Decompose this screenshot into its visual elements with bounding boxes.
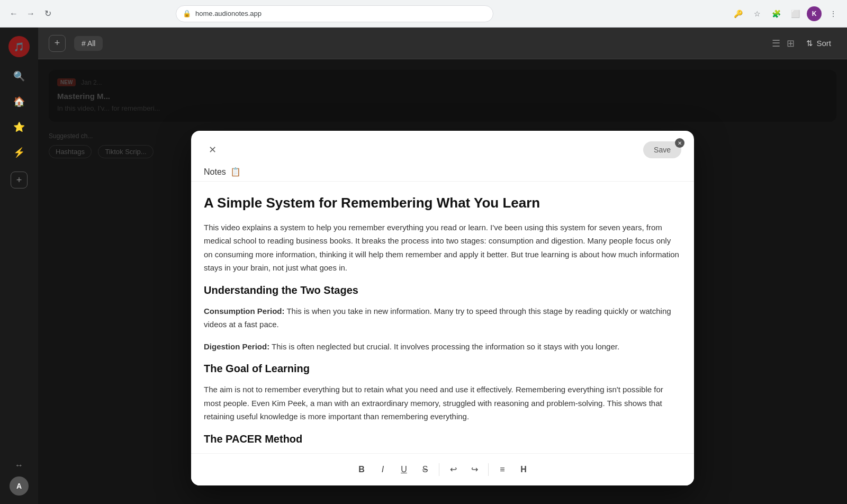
undo-button[interactable]: ↩ bbox=[444, 460, 463, 479]
search-icon: 🔍 bbox=[13, 70, 25, 82]
sidebar-item-starred[interactable]: ⭐ bbox=[8, 116, 30, 138]
app-logo[interactable]: 🎵 bbox=[8, 36, 30, 57]
underline-button[interactable]: U bbox=[394, 460, 413, 479]
grid-view-button[interactable]: ⊞ bbox=[787, 38, 795, 49]
modal-header: ✕ Save ✕ bbox=[191, 131, 694, 158]
star-icon: ⭐ bbox=[13, 121, 25, 133]
browser-bar: ← → ↻ 🔒 home.audionotes.app 🔑 ☆ 🧩 ⬜ K ⋮ bbox=[0, 0, 847, 28]
sidebar-item-quick[interactable]: ⚡ bbox=[8, 142, 30, 163]
bookmark-button[interactable]: ☆ bbox=[750, 6, 764, 21]
modal-section3-heading: The PACER Method bbox=[204, 432, 681, 446]
browser-user-avatar[interactable]: K bbox=[807, 6, 822, 21]
digestion-text: This is often neglected but crucial. It … bbox=[269, 342, 619, 351]
consumption-label: Consumption Period: bbox=[204, 307, 285, 316]
sidebar-bottom: ↔ A bbox=[10, 461, 29, 496]
toolbar-divider-1 bbox=[439, 463, 439, 476]
extensions-button[interactable]: 🧩 bbox=[769, 6, 783, 21]
sidebar-user-avatar[interactable]: A bbox=[10, 476, 29, 496]
copy-icon[interactable]: 📋 bbox=[230, 167, 241, 177]
sort-button[interactable]: ⇅ Sort bbox=[801, 35, 836, 51]
reload-button[interactable]: ↻ bbox=[40, 6, 55, 21]
modal-notes-label: Notes bbox=[204, 167, 226, 177]
x-icon: ✕ bbox=[678, 140, 682, 146]
home-icon: 🏠 bbox=[13, 96, 25, 107]
toolbar-divider-2 bbox=[488, 463, 489, 476]
modal-section2-heading: The Goal of Learning bbox=[204, 362, 681, 375]
sidebar-add-button[interactable]: + bbox=[11, 172, 28, 188]
list-view-button[interactable]: ☰ bbox=[772, 38, 780, 49]
redo-button[interactable]: ↪ bbox=[465, 460, 484, 479]
logo-icon: 🎵 bbox=[14, 42, 24, 52]
sidebar: 🎵 🔍 🏠 ⭐ ⚡ + ↔ A bbox=[0, 28, 38, 504]
modal-body[interactable]: A Simple System for Remembering What You… bbox=[191, 182, 694, 453]
align-button[interactable]: ≡ bbox=[493, 460, 512, 479]
all-tag-filter[interactable]: # All bbox=[74, 36, 103, 51]
list-view-icon: ☰ bbox=[772, 38, 780, 49]
notes-area: NEW Jan 2... Mastering M... In this vide… bbox=[38, 59, 847, 504]
main-content: + # All ☰ ⊞ ⇅ Sort bbox=[38, 28, 847, 504]
main-header: + # All ☰ ⊞ ⇅ Sort bbox=[38, 28, 847, 59]
header-right: ☰ ⊞ ⇅ Sort bbox=[772, 35, 836, 51]
sidebar-collapse-button[interactable]: ↔ bbox=[15, 461, 23, 470]
save-button-wrapper: Save ✕ bbox=[643, 141, 681, 158]
italic-button[interactable]: I bbox=[373, 460, 392, 479]
bold-button[interactable]: B bbox=[352, 460, 371, 479]
lock-icon: 🔒 bbox=[183, 10, 191, 17]
close-icon: ✕ bbox=[209, 144, 217, 156]
modal-digestion: Digestion Period: This is often neglecte… bbox=[204, 340, 681, 354]
strikethrough-button[interactable]: S bbox=[416, 460, 435, 479]
tab-manager-button[interactable]: ⬜ bbox=[788, 6, 803, 21]
sidebar-item-search[interactable]: 🔍 bbox=[8, 66, 30, 87]
modal-notes-header: Notes 📋 bbox=[191, 158, 694, 182]
modal-toolbar: B I U S ↩ ↪ ≡ H bbox=[191, 453, 694, 485]
modal-goal-text: The aim is not to remember everything bu… bbox=[204, 383, 681, 424]
plus-icon: + bbox=[55, 38, 60, 49]
tag-label: # All bbox=[82, 39, 95, 48]
modal-intro: This video explains a system to help you… bbox=[204, 221, 681, 275]
modal-title: A Simple System for Remembering What You… bbox=[204, 194, 681, 212]
add-note-button[interactable]: + bbox=[49, 35, 66, 52]
sort-label: Sort bbox=[816, 39, 831, 48]
menu-button[interactable]: ⋮ bbox=[826, 6, 841, 21]
url-text: home.audionotes.app bbox=[195, 10, 262, 17]
forward-button[interactable]: → bbox=[23, 6, 38, 21]
modal-section1-heading: Understanding the Two Stages bbox=[204, 283, 681, 297]
sidebar-item-home[interactable]: 🏠 bbox=[8, 91, 30, 112]
browser-icons: 🔑 ☆ 🧩 ⬜ K ⋮ bbox=[731, 6, 841, 21]
address-bar[interactable]: 🔒 home.audionotes.app bbox=[176, 5, 493, 22]
modal-consumption: Consumption Period: This is when you tak… bbox=[204, 304, 681, 331]
grid-view-icon: ⊞ bbox=[787, 38, 795, 49]
save-dismiss-button[interactable]: ✕ bbox=[675, 138, 684, 148]
sort-icon: ⇅ bbox=[806, 39, 813, 48]
modal-close-button[interactable]: ✕ bbox=[204, 141, 221, 158]
nav-buttons: ← → ↻ bbox=[6, 6, 55, 21]
plus-icon: + bbox=[16, 175, 22, 186]
lightning-icon: ⚡ bbox=[13, 147, 25, 158]
heading-button[interactable]: H bbox=[514, 460, 533, 479]
digestion-label: Digestion Period: bbox=[204, 342, 269, 351]
password-icon-button[interactable]: 🔑 bbox=[731, 6, 745, 21]
notes-modal: ✕ Save ✕ Notes 📋 A Simple Sy bbox=[191, 131, 694, 485]
back-button[interactable]: ← bbox=[6, 6, 21, 21]
app-container: 🎵 🔍 🏠 ⭐ ⚡ + ↔ A + # All bbox=[0, 28, 847, 504]
